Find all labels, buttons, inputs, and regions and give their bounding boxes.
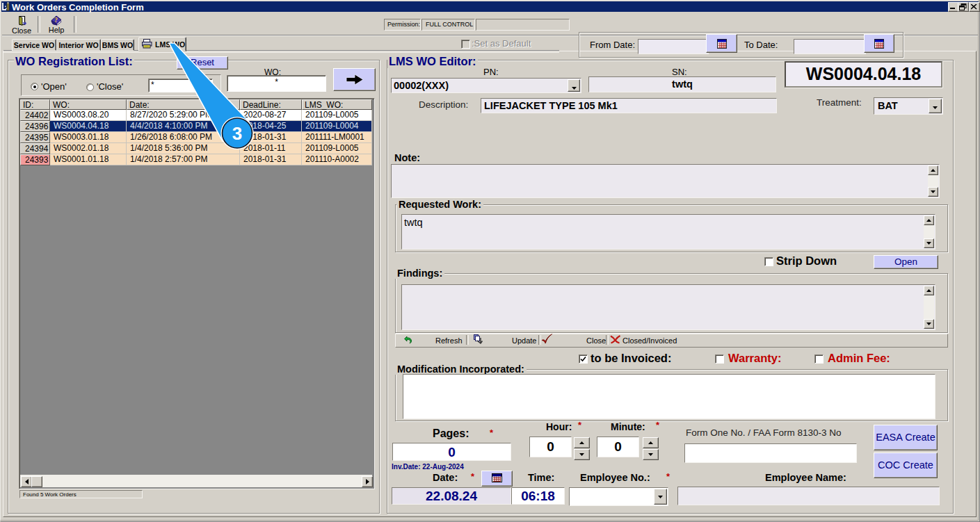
svg-text:3: 3	[232, 123, 242, 144]
svg-text:?: ?	[54, 16, 58, 24]
